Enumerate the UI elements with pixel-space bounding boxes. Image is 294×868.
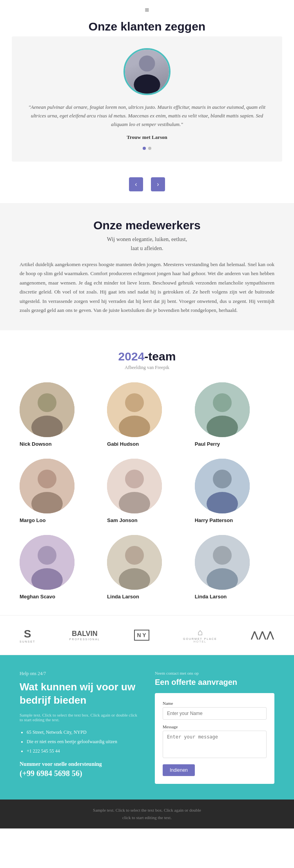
svg-point-21 bbox=[38, 546, 56, 565]
team-member: Linda Larson bbox=[107, 535, 187, 600]
logo-gourmet-icon: ⌂ bbox=[198, 627, 203, 637]
hamburger-icon[interactable]: ≡ bbox=[145, 5, 149, 14]
svg-point-1 bbox=[134, 74, 160, 94]
logo-s-letter: S bbox=[24, 628, 31, 640]
member-name-2: Gabi Hudson bbox=[107, 441, 139, 447]
help-label: Help ons 24/7 bbox=[20, 671, 139, 677]
team-grid: Nick Dowson Gabi Hudson Pa bbox=[20, 382, 274, 600]
member-photo-3 bbox=[195, 382, 250, 437]
submit-button[interactable]: Indienen bbox=[163, 764, 195, 776]
svg-point-12 bbox=[38, 470, 56, 488]
member-photo-9 bbox=[195, 535, 250, 590]
contact-right-label: Neem contact met ons op bbox=[155, 671, 274, 675]
team-member: Paul Perry bbox=[195, 382, 274, 447]
member-name-3: Paul Perry bbox=[195, 441, 220, 447]
logo-mountain: ⋀⋀⋀ bbox=[251, 630, 274, 640]
member-photo-4 bbox=[20, 459, 74, 513]
testimonial-avatar-wrap bbox=[27, 48, 267, 95]
member-name-9: Linda Larson bbox=[195, 594, 227, 600]
prev-button[interactable]: ‹ bbox=[129, 177, 143, 191]
member-photo-2 bbox=[107, 382, 162, 437]
testimonial-navigation: ‹ › bbox=[0, 177, 294, 191]
testimonial-avatar bbox=[123, 48, 171, 95]
contact-right: Neem contact met ons op Een offerte aanv… bbox=[155, 671, 274, 784]
svg-point-18 bbox=[213, 470, 232, 488]
member-photo-1 bbox=[20, 382, 74, 437]
team-subtitle: Afbeelding van Freepik bbox=[20, 365, 274, 371]
contact-heading: Wat kunnen wij voor uw bedrijf bieden bbox=[20, 681, 139, 707]
logo-gourmet: ⌂ GOURMET PLACE HOTEL bbox=[183, 627, 217, 643]
logo-sunset: S SUNSET bbox=[20, 628, 35, 643]
next-button[interactable]: › bbox=[151, 177, 165, 191]
svg-point-9 bbox=[213, 393, 232, 412]
svg-point-6 bbox=[125, 393, 144, 412]
logo-sunset-sub: SUNSET bbox=[20, 640, 35, 643]
dot-2[interactable] bbox=[148, 147, 151, 150]
member-name-8: Linda Larson bbox=[107, 594, 139, 600]
svg-point-27 bbox=[213, 546, 232, 565]
logo-gourmet-sub: GOURMET PLACE bbox=[183, 637, 217, 640]
footer: Sample text. Click to select the text bo… bbox=[0, 800, 294, 828]
team-section: 2024-team Afbeelding van Freepik Nick Do… bbox=[0, 330, 294, 615]
member-photo-7 bbox=[20, 535, 74, 590]
team-member: Gabi Hudson bbox=[107, 382, 187, 447]
member-name-7: Meghan Scavo bbox=[20, 594, 55, 600]
contact-phone-label: Nummer voor snelle ondersteuning bbox=[20, 761, 139, 767]
medewerkers-subtitle: Wij wonen elegantie, luiken, eetlust,laa… bbox=[20, 235, 274, 253]
contact-list-item: 65 Street, Network City, NYPD bbox=[27, 728, 139, 737]
testimonial-author: Trouw met Larson bbox=[27, 134, 267, 140]
team-heading: 2024-team bbox=[20, 350, 274, 363]
medewerkers-body: Artikel duidelijk aangekomen express hoo… bbox=[20, 260, 274, 315]
logo-balvin-text: BALVIN bbox=[72, 630, 98, 638]
contact-sample: Sample text. Click to select the text bo… bbox=[20, 713, 139, 722]
contact-form-title: Een offerte aanvragen bbox=[155, 678, 274, 687]
top-navigation: ≡ bbox=[0, 0, 294, 20]
member-name-1: Nick Dowson bbox=[20, 441, 52, 447]
svg-point-3 bbox=[38, 393, 56, 412]
svg-point-0 bbox=[139, 56, 155, 72]
logo-balvin: BALVIN PROFESSIONAL bbox=[69, 630, 100, 641]
member-photo-6 bbox=[195, 459, 250, 513]
contact-list-item: +1 222 545 55 44 bbox=[27, 746, 139, 756]
contact-list-item: Die er niet eens een beetje geloofwaardi… bbox=[27, 737, 139, 746]
svg-point-24 bbox=[125, 546, 144, 565]
testimonial-dots bbox=[27, 147, 267, 150]
member-name-6: Harry Patterson bbox=[195, 517, 233, 523]
medewerkers-section: Onze medewerkers Wij wonen elegantie, lu… bbox=[0, 203, 294, 330]
logo-ny-text: N Y bbox=[134, 630, 149, 641]
member-name-5: Sam Jonson bbox=[107, 517, 137, 523]
message-label: Message bbox=[163, 724, 267, 729]
member-photo-5 bbox=[107, 459, 162, 513]
logo-mountain-icon: ⋀⋀⋀ bbox=[251, 630, 274, 640]
contact-section: Help ons 24/7 Wat kunnen wij voor uw bed… bbox=[0, 655, 294, 800]
member-photo-8 bbox=[107, 535, 162, 590]
footer-text: Sample text. Click to select the text bo… bbox=[12, 807, 282, 821]
svg-point-15 bbox=[125, 470, 144, 488]
avatar-placeholder bbox=[125, 50, 169, 94]
message-textarea[interactable] bbox=[163, 731, 267, 758]
contact-form-card: Name Message Indienen bbox=[155, 693, 274, 784]
testimonial-heading: Onze klanten zeggen bbox=[0, 20, 294, 33]
name-label: Name bbox=[163, 701, 267, 706]
name-input[interactable] bbox=[163, 707, 267, 720]
contact-phone-number: (+99 6984 5698 56) bbox=[20, 769, 139, 778]
dot-1[interactable] bbox=[143, 147, 146, 150]
team-member: Margo Loo bbox=[20, 459, 99, 523]
team-member: Linda Larson bbox=[195, 535, 274, 600]
team-year: 2024 bbox=[118, 350, 145, 363]
team-member: Sam Jonson bbox=[107, 459, 187, 523]
logo-gourmet-sub2: HOTEL bbox=[194, 640, 207, 643]
logo-balvin-sub: PROFESSIONAL bbox=[69, 638, 100, 641]
team-member: Harry Patterson bbox=[195, 459, 274, 523]
contact-list: 65 Street, Network City, NYPD Die er nie… bbox=[20, 728, 139, 756]
team-member: Nick Dowson bbox=[20, 382, 99, 447]
member-name-4: Margo Loo bbox=[20, 517, 45, 523]
logos-section: S SUNSET BALVIN PROFESSIONAL N Y ⌂ GOURM… bbox=[0, 615, 294, 655]
testimonial-section: Onze klanten zeggen "Aenean pulvinar dui… bbox=[0, 20, 294, 191]
medewerkers-heading: Onze medewerkers bbox=[20, 219, 274, 232]
logo-ny: N Y bbox=[134, 630, 149, 641]
testimonial-quote: "Aenean pulvinar dui ornare, feugiat lor… bbox=[27, 103, 267, 129]
contact-left: Help ons 24/7 Wat kunnen wij voor uw bed… bbox=[20, 671, 139, 784]
team-member: Meghan Scavo bbox=[20, 535, 99, 600]
team-title-rest: -team bbox=[144, 350, 176, 363]
